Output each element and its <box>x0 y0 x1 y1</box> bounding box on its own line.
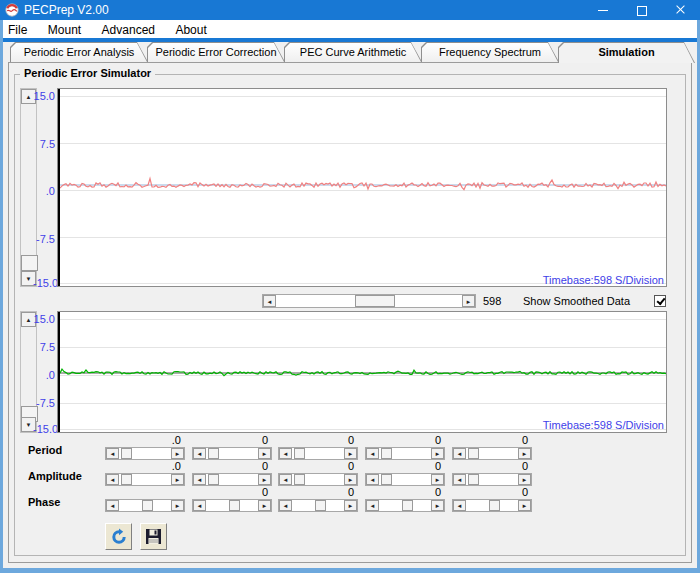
phase-slider-2[interactable] <box>192 499 272 512</box>
amplitude-label: Amplitude <box>28 470 82 482</box>
period-value-5: 0 <box>452 434 532 446</box>
timebase-value: 598 <box>483 295 501 307</box>
refresh-icon <box>110 528 128 546</box>
maximize-button[interactable] <box>624 0 658 20</box>
period-label: Period <box>28 444 62 456</box>
period-slider-1[interactable] <box>105 447 185 460</box>
window-border-bottom <box>0 568 700 573</box>
chart2-ytick-15: 15.0 <box>33 313 55 325</box>
window-border-left <box>0 20 3 573</box>
chart1-ytick-7.5: 7.5 <box>33 138 55 150</box>
refresh-button[interactable] <box>105 523 132 550</box>
phase-slider-3[interactable] <box>278 499 358 512</box>
show-smoothed-data-label: Show Smoothed Data <box>523 295 630 307</box>
period-value-4: 0 <box>365 434 445 446</box>
chart1-trace <box>60 89 666 286</box>
amplitude-value-3: 0 <box>278 460 358 472</box>
chart2-ytick--7.5: -7.5 <box>33 397 55 409</box>
period-slider-2[interactable] <box>192 447 272 460</box>
period-value-2: 0 <box>192 434 272 446</box>
menu-advanced[interactable]: Advanced <box>94 21 163 39</box>
menu-mount[interactable]: Mount <box>40 21 89 39</box>
amplitude-slider-1[interactable] <box>105 473 185 486</box>
phase-slider-1[interactable] <box>105 499 185 512</box>
chart1-ytick-0: .0 <box>33 185 55 197</box>
chart1-plot-area <box>57 88 667 287</box>
menu-file[interactable]: File <box>0 21 35 39</box>
period-slider-4[interactable] <box>365 447 445 460</box>
app-window: PECPrep V2.00 File Mount Advanced About … <box>0 0 700 573</box>
phase-value-2: 0 <box>192 486 272 498</box>
phase-slider-5[interactable] <box>452 499 532 512</box>
period-slider-5[interactable] <box>452 447 532 460</box>
timebase-scrollbar-thumb[interactable] <box>355 295 395 307</box>
chart1-timebase-label: Timebase:598 S/Division <box>460 274 664 286</box>
chart2-ytick-0: .0 <box>33 369 55 381</box>
tab-periodic-error-correction[interactable]: Periodic Error Correction <box>147 42 285 62</box>
tab-frequency-spectrum[interactable]: Frequency Spectrum <box>421 42 559 62</box>
menu-bar: File Mount Advanced About <box>0 20 700 38</box>
show-smoothed-data-checkbox[interactable] <box>654 295 666 307</box>
phase-slider-4[interactable] <box>365 499 445 512</box>
menu-about[interactable]: About <box>167 21 214 39</box>
window-title: PECPrep V2.00 <box>24 3 109 17</box>
timebase-scrollbar[interactable] <box>262 294 476 308</box>
phase-value-5: 0 <box>452 486 532 498</box>
tab-simulation[interactable]: Simulation <box>558 42 695 63</box>
minimize-button[interactable] <box>586 0 620 20</box>
period-value-3: 0 <box>278 434 358 446</box>
amplitude-value-1: .0 <box>105 460 185 472</box>
save-icon <box>145 528 162 545</box>
amplitude-value-4: 0 <box>365 460 445 472</box>
tab-pec-curve-arithmetic[interactable]: PEC Curve Arithmetic <box>284 42 422 62</box>
chart2-trace <box>60 312 666 432</box>
chart2-timebase-label: Timebase:598 S/Division <box>460 419 664 431</box>
phase-value-4: 0 <box>365 486 445 498</box>
close-button[interactable] <box>663 0 697 20</box>
chart2-ytick-7.5: 7.5 <box>33 341 55 353</box>
chart1-vscroll-thumb[interactable] <box>21 255 38 271</box>
chart1-ytick--7.5: -7.5 <box>33 233 55 245</box>
phase-label: Phase <box>28 496 60 508</box>
chart2-ytick--15: -15.0 <box>33 423 55 435</box>
phase-value-3: 0 <box>278 486 358 498</box>
amplitude-slider-3[interactable] <box>278 473 358 486</box>
amplitude-value-5: 0 <box>452 460 532 472</box>
tab-periodic-error-analysis[interactable]: Periodic Error Analysis <box>10 42 148 62</box>
amplitude-slider-4[interactable] <box>365 473 445 486</box>
amplitude-slider-2[interactable] <box>192 473 272 486</box>
amplitude-slider-5[interactable] <box>452 473 532 486</box>
period-slider-3[interactable] <box>278 447 358 460</box>
title-bar[interactable]: PECPrep V2.00 <box>0 0 700 20</box>
amplitude-value-2: 0 <box>192 460 272 472</box>
app-logo-icon <box>5 3 19 17</box>
save-button[interactable] <box>140 523 167 550</box>
chart1-ytick-15: 15.0 <box>33 90 55 102</box>
chart2-plot-area <box>57 311 667 433</box>
chart1-ytick--15: -15.0 <box>33 277 55 289</box>
simulator-groupbox-title: Periodic Error Simulator <box>20 67 155 79</box>
accent-strip <box>0 38 700 42</box>
period-value-1: .0 <box>105 434 185 446</box>
